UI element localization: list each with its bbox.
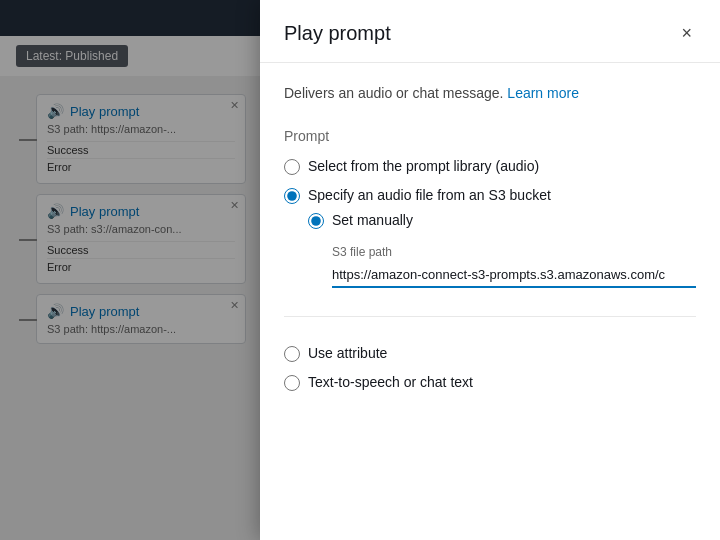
modal-overlay: Play prompt × Delivers an audio or chat … — [0, 0, 720, 540]
radio-s3-bucket[interactable] — [284, 188, 300, 204]
description-text: Delivers an audio or chat message. — [284, 85, 503, 101]
option-s3: Specify an audio file from an S3 bucket — [284, 187, 696, 204]
prompt-section-label: Prompt — [284, 128, 696, 144]
option-tts-label[interactable]: Text-to-speech or chat text — [308, 374, 473, 390]
radio-set-manually[interactable] — [308, 213, 324, 229]
divider-1 — [284, 316, 696, 317]
option-attribute: Use attribute — [284, 345, 696, 362]
option-library: Select from the prompt library (audio) — [284, 158, 696, 175]
modal-description: Delivers an audio or chat message. Learn… — [284, 83, 696, 104]
radio-library[interactable] — [284, 159, 300, 175]
modal-close-button[interactable]: × — [677, 20, 696, 46]
option-tts: Text-to-speech or chat text — [284, 374, 696, 391]
learn-more-link[interactable]: Learn more — [507, 85, 579, 101]
radio-use-attribute[interactable] — [284, 346, 300, 362]
radio-tts[interactable] — [284, 375, 300, 391]
option-attribute-label[interactable]: Use attribute — [308, 345, 387, 361]
option-set-manually: Set manually — [308, 212, 696, 229]
modal-title: Play prompt — [284, 22, 391, 45]
s3-file-path-label: S3 file path — [332, 245, 696, 259]
option-s3-group: Specify an audio file from an S3 bucket … — [284, 187, 696, 288]
option-set-manually-label[interactable]: Set manually — [332, 212, 413, 228]
modal-body: Delivers an audio or chat message. Learn… — [260, 63, 720, 540]
prompt-options: Select from the prompt library (audio) S… — [284, 158, 696, 391]
modal-panel: Play prompt × Delivers an audio or chat … — [260, 0, 720, 540]
s3-file-path-input[interactable] — [332, 263, 696, 288]
s3-sub-options: Set manually S3 file path — [308, 212, 696, 288]
s3-file-path-field: S3 file path — [332, 245, 696, 288]
option-s3-label[interactable]: Specify an audio file from an S3 bucket — [308, 187, 551, 203]
option-library-label[interactable]: Select from the prompt library (audio) — [308, 158, 539, 174]
modal-header: Play prompt × — [260, 0, 720, 63]
